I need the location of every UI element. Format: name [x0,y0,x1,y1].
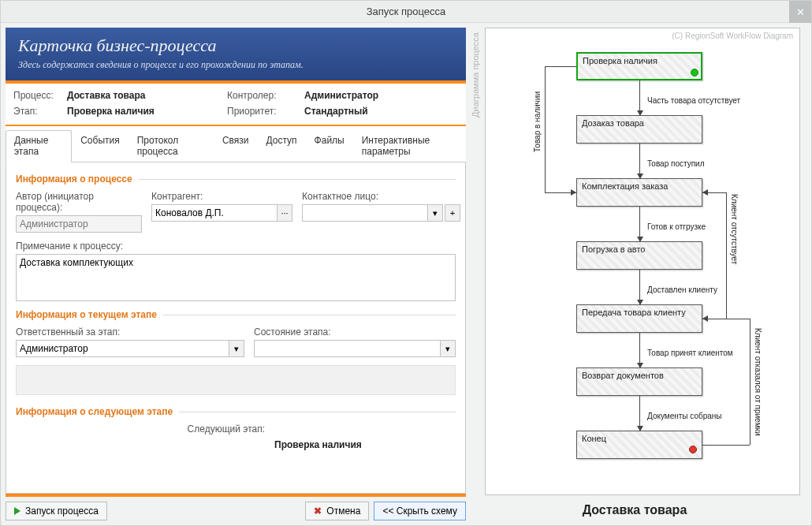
node-end[interactable]: Конец [576,431,702,459]
card-header: Карточка бизнес-процесса Здесь содержатс… [6,28,466,84]
diagram-copyright: (C) RegionSoft WorkFlow Diagram [672,32,793,40]
counterparty-lookup-button[interactable]: ··· [277,204,292,222]
summary-stage-value: Проверка наличия [67,106,221,117]
edge-1-2 [639,80,640,115]
node-reorder[interactable]: Дозаказ товара [576,115,702,144]
node-docs-return[interactable]: Возврат документов [576,367,702,396]
edge-label-2-3: Товар поступил [647,159,705,168]
tab-interactive-params[interactable]: Интерактивные параметры [353,130,466,162]
stage-state-input[interactable] [254,340,440,357]
diagram-title: Доставка товара [469,495,800,519]
node-picking[interactable]: Комплектация заказа [576,178,702,207]
edge-7-5-seg-v [750,319,751,445]
edge-1-3-seg-v [545,66,546,192]
contact-label: Контактное лицо: [302,191,460,202]
edge-label-3-4: Готов к отгрузке [647,222,706,231]
cancel-button[interactable]: ✖ Отмена [305,502,369,520]
stage-state-label: Состояние этапа: [254,326,456,338]
tab-protocol[interactable]: Протокол процесса [129,130,214,162]
contact-add-button[interactable]: + [445,204,460,222]
edge-label-5-6: Товар принят клиентом [647,349,733,357]
tab-access[interactable]: Доступ [258,130,306,162]
summary-stage-label: Этап: [13,106,61,117]
edge-6-7 [639,396,640,431]
edge-3-4 [639,207,640,241]
edge-4-5 [639,270,640,304]
summary-controller-value: Администратор [304,90,458,101]
tab-events[interactable]: События [72,130,129,162]
play-icon [14,507,20,515]
author-label: Автор (инициатор процесса): [16,191,142,213]
edge-label-7-5: Клиент отказался от приемки [754,328,762,436]
note-textarea[interactable]: Доставка комплектующих [16,254,456,301]
edge-label-4-5: Доставлен клиенту [647,285,717,294]
tab-files[interactable]: Файлы [306,130,353,162]
section-process-info: Информация о процессе [16,173,456,185]
edge-1-3-arrow [571,189,576,196]
node-check-stock[interactable]: Проверка наличия [576,52,702,80]
section-next-stage-info: Информация о следующем этапе [16,406,456,417]
contact-input[interactable] [302,204,427,222]
run-process-button[interactable]: Запуск процесса [6,502,107,520]
contact-dropdown-button[interactable]: ▾ [427,204,443,222]
counterparty-input[interactable] [151,204,277,222]
next-stage-label: Следующий этап: [16,423,268,435]
process-summary: Процесс: Доставка товара Контролер: Адми… [6,84,466,126]
diagram-side-label: Диаграмма процесса [469,28,482,122]
edge-5-6 [639,333,640,367]
responsible-input[interactable] [16,340,229,357]
summary-controller-label: Контролер: [227,90,298,101]
summary-priority-value: Стандартный [304,106,458,117]
hide-schema-button[interactable]: << Скрыть схему [374,502,466,520]
author-input [16,215,142,233]
tab-body: Информация о процессе Автор (инициатор п… [6,162,466,494]
titlebar: Запуск процесса ✕ [1,1,811,23]
edge-7-5-seg-bot [702,319,750,319]
edge-1-3-seg-top [545,66,576,67]
close-icon[interactable]: ✕ [789,1,811,23]
stage-readonly-area [16,365,456,395]
stage-state-dropdown-button[interactable]: ▾ [440,340,456,357]
note-label: Примечание к процессу: [16,241,456,252]
tabs: Данные этапа События Протокол процесса С… [6,126,466,162]
node-handover[interactable]: Передача товара клиенту [576,304,702,333]
edge-5-3-arrow [702,189,708,196]
edge-label-1-3: Товар в наличии [533,91,542,152]
edge-label-5-3: Клиент отсутствует [730,194,739,264]
edge-7-5-seg-top [702,445,750,446]
button-bar: Запуск процесса ✖ Отмена << Скрыть схему [6,497,466,520]
card-header-subtitle: Здесь содержатся сведения о процессе и е… [18,59,453,71]
card-header-title: Карточка бизнес-процесса [18,35,453,56]
counterparty-label: Контрагент: [151,191,292,202]
summary-process-value: Доставка товара [67,90,221,101]
run-process-label: Запуск процесса [25,505,99,517]
node-loading[interactable]: Погрузка в авто [576,241,702,270]
summary-priority-label: Приоритет: [227,106,298,117]
tab-links[interactable]: Связи [214,130,258,162]
tab-stage-data[interactable]: Данные этапа [6,130,72,162]
window-title: Запуск процесса [367,6,446,17]
hide-schema-label: << Скрыть схему [382,505,457,517]
next-stage-value: Проверка наличия [274,439,362,450]
edge-label-1-2: Часть товара отсутствует [647,96,740,105]
edge-2-3 [639,144,640,178]
edge-7-5-arrow [702,315,708,322]
responsible-label: Ответственный за этап: [16,326,244,338]
cancel-icon: ✖ [314,505,322,517]
summary-process-label: Процесс: [13,90,61,101]
edge-5-3-seg-v [726,192,727,319]
cancel-label: Отмена [326,505,360,517]
section-current-stage-info: Информация о текущем этапе [16,309,456,320]
responsible-dropdown-button[interactable]: ▾ [229,340,244,357]
diagram-surface: (C) RegionSoft WorkFlow Diagram Проверка… [485,28,800,495]
edge-label-6-7: Документы собраны [647,412,722,420]
